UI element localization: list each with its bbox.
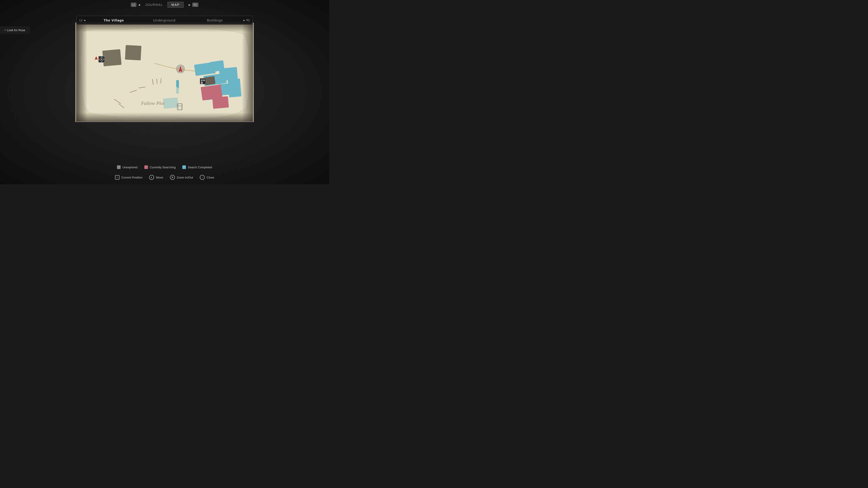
legend-unexplored: Unexplored <box>117 165 137 169</box>
close-label: Close <box>207 176 214 179</box>
move-label: Move <box>156 176 163 179</box>
right-arrow: ► <box>188 3 191 6</box>
journal-label[interactable]: JOURNAL <box>145 3 163 6</box>
r2-badge: R2 <box>246 19 250 22</box>
map-canvas: Fallow Plot <box>76 23 253 122</box>
svg-rect-9 <box>228 78 241 97</box>
r-button[interactable]: R <box>170 175 175 180</box>
tab-left-arrow: ◄ <box>83 19 86 22</box>
r1-badge: R1 <box>192 3 198 7</box>
svg-rect-11 <box>212 96 229 109</box>
control-move: L Move <box>149 175 163 180</box>
legend-unexplored-label: Unexplored <box>122 166 137 169</box>
svg-rect-45 <box>242 23 253 122</box>
zoom-label: Zoom In/Out <box>177 176 193 179</box>
svg-rect-47 <box>76 112 253 122</box>
legend-searching-box <box>144 165 148 169</box>
circle-button[interactable]: ○ <box>200 175 205 180</box>
tab-buildings[interactable]: Buildings <box>190 16 240 24</box>
square-button[interactable]: □ <box>115 175 120 180</box>
svg-text:Fallow Plot: Fallow Plot <box>141 101 164 106</box>
legend-searching: Currently Searching <box>144 165 176 169</box>
r1-button[interactable]: ► R1 <box>188 3 198 7</box>
control-close: ○ Close <box>200 175 214 180</box>
l-button[interactable]: L <box>149 175 154 180</box>
map-svg: Fallow Plot <box>76 23 253 122</box>
objective-bar: •Look for Rose <box>0 26 30 34</box>
legend-completed-label: Search Completed <box>188 166 212 169</box>
position-label: Current Position <box>121 176 143 179</box>
legend-completed: Search Completed <box>182 165 212 169</box>
legend-unexplored-box <box>117 165 121 169</box>
l2-badge: L2 <box>79 19 82 22</box>
bottom-controls: □ Current Position L Move R Zoom In/Out … <box>115 175 214 180</box>
l2-button[interactable]: L2 ◄ <box>76 17 89 24</box>
tab-underground[interactable]: Underground <box>139 16 190 24</box>
r2-button[interactable]: ► R2 <box>240 17 252 24</box>
l1-button[interactable]: L1 ◄ <box>131 3 141 7</box>
map-container: Fallow Plot <box>75 23 254 122</box>
tab-right-arrow: ► <box>243 19 246 22</box>
legend-searching-label: Currently Searching <box>150 166 176 169</box>
left-arrow: ◄ <box>138 3 141 6</box>
svg-rect-44 <box>76 23 88 122</box>
objective-dot: • <box>4 29 6 32</box>
svg-point-29 <box>101 59 102 60</box>
svg-rect-2 <box>125 45 142 60</box>
tab-bar: L2 ◄ The Village Underground Buildings ►… <box>76 16 253 25</box>
legend-completed-box <box>182 165 186 169</box>
svg-rect-41 <box>203 79 205 81</box>
objective-text: •Look for Rose <box>4 29 25 32</box>
svg-rect-39 <box>200 78 206 84</box>
top-nav: L1 ◄ JOURNAL MAP ► R1 <box>131 2 198 8</box>
svg-rect-42 <box>201 82 203 84</box>
map-label[interactable]: MAP <box>168 2 184 8</box>
control-zoom: R Zoom In/Out <box>170 175 193 180</box>
legend: Unexplored Currently Searching Search Co… <box>117 165 212 169</box>
svg-rect-40 <box>201 79 203 81</box>
l1-badge: L1 <box>131 3 136 7</box>
control-position: □ Current Position <box>115 175 143 180</box>
svg-rect-1 <box>102 49 122 66</box>
tab-village[interactable]: The Village <box>89 16 139 24</box>
svg-rect-12 <box>204 76 215 86</box>
